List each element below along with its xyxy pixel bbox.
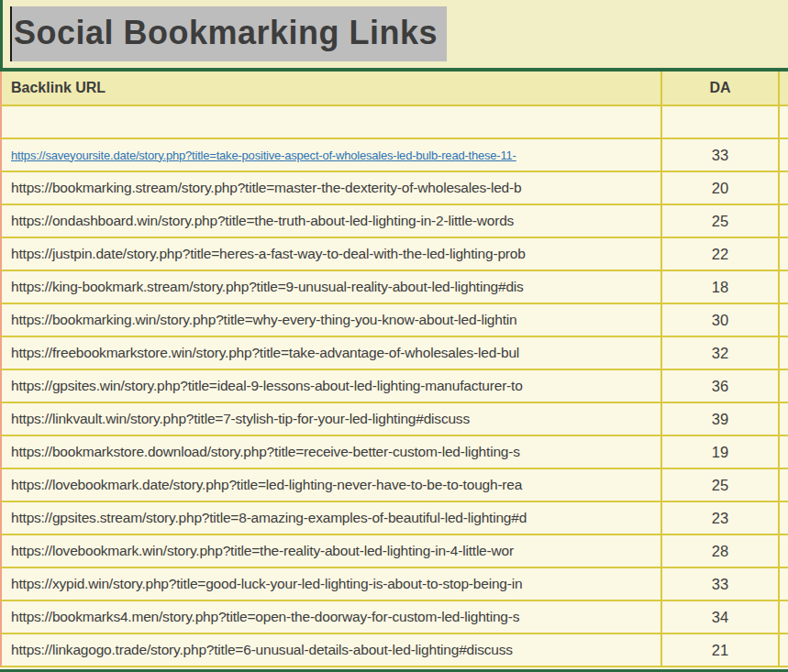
table-row: https://king-bookmark.stream/story.php?t… bbox=[0, 271, 788, 304]
da-cell: 28 bbox=[660, 535, 780, 567]
table-body: https://saveyoursite.date/story.php?titl… bbox=[0, 106, 788, 667]
url-cell: https://gpsites.stream/story.php?title=8… bbox=[2, 502, 660, 534]
url-cell: https://bookmarking.stream/story.php?tit… bbox=[2, 172, 660, 204]
da-cell: 18 bbox=[660, 271, 780, 303]
url-cell-text: https://freebookmarkstore.win/story.php?… bbox=[11, 345, 519, 361]
url-cell: https://gpsites.win/story.php?title=idea… bbox=[2, 370, 660, 402]
table-header-row: Backlink URL DA bbox=[0, 72, 788, 106]
url-cell-text: https://bookmarking.win/story.php?title=… bbox=[11, 312, 517, 328]
url-cell: https://bookmarkstore.download/story.php… bbox=[2, 436, 660, 468]
title-selection-highlight: Social Bookmarking Links bbox=[10, 6, 447, 61]
table-row: https://lovebookmark.win/story.php?title… bbox=[0, 535, 788, 568]
da-cell: 25 bbox=[660, 469, 780, 501]
da-cell: 36 bbox=[660, 370, 780, 402]
url-cell: https://bookmarking.win/story.php?title=… bbox=[2, 304, 660, 336]
table-row: https://bookmarkstore.download/story.php… bbox=[0, 436, 788, 469]
url-cell-text: https://lovebookmark.date/story.php?titl… bbox=[11, 477, 522, 493]
url-cell bbox=[2, 106, 660, 138]
da-cell: 20 bbox=[660, 172, 780, 204]
table-row: https://bookmarks4.men/story.php?title=o… bbox=[0, 601, 788, 634]
da-cell: 30 bbox=[660, 304, 780, 336]
url-cell-text: https://gpsites.win/story.php?title=idea… bbox=[11, 378, 523, 394]
table-row: https://gpsites.stream/story.php?title=8… bbox=[0, 502, 788, 535]
table-row: https://lovebookmark.date/story.php?titl… bbox=[0, 469, 788, 502]
spreadsheet-view: Social Bookmarking Links Backlink URL DA… bbox=[0, 0, 788, 672]
backlink-url-link[interactable]: https://saveyoursite.date/story.php?titl… bbox=[11, 149, 516, 162]
da-cell: 21 bbox=[660, 634, 780, 666]
url-cell: https://bookmarks4.men/story.php?title=o… bbox=[2, 601, 660, 633]
url-cell: https://lovebookmark.date/story.php?titl… bbox=[2, 469, 660, 501]
table-row: https://linkagogo.trade/story.php?title=… bbox=[0, 634, 788, 667]
da-cell: 33 bbox=[660, 139, 780, 171]
url-cell: https://linkagogo.trade/story.php?title=… bbox=[2, 634, 660, 666]
table-row: https://xypid.win/story.php?title=good-l… bbox=[0, 568, 788, 601]
da-cell bbox=[660, 106, 780, 138]
da-cell: 32 bbox=[660, 337, 780, 369]
table-row: https://linkvault.win/story.php?title=7-… bbox=[0, 403, 788, 436]
url-cell: https://lovebookmark.win/story.php?title… bbox=[2, 535, 660, 567]
url-cell-text: https://justpin.date/story.php?title=her… bbox=[11, 246, 526, 262]
page-title[interactable]: Social Bookmarking Links bbox=[14, 14, 438, 52]
table-row: https://ondashboard.win/story.php?title=… bbox=[0, 205, 788, 238]
url-cell-text: https://linkagogo.trade/story.php?title=… bbox=[11, 642, 513, 658]
da-cell: 23 bbox=[660, 502, 780, 534]
url-cell: https://king-bookmark.stream/story.php?t… bbox=[2, 271, 660, 303]
table-row: https://justpin.date/story.php?title=her… bbox=[0, 238, 788, 271]
table-row: https://bookmarking.win/story.php?title=… bbox=[0, 304, 788, 337]
table-row: https://gpsites.win/story.php?title=idea… bbox=[0, 370, 788, 403]
table-row: https://freebookmarkstore.win/story.php?… bbox=[0, 337, 788, 370]
url-cell-text: https://lovebookmark.win/story.php?title… bbox=[11, 543, 514, 559]
url-cell-text: https://linkvault.win/story.php?title=7-… bbox=[11, 411, 470, 427]
url-cell: https://xypid.win/story.php?title=good-l… bbox=[2, 568, 660, 600]
url-cell-text: https://bookmarks4.men/story.php?title=o… bbox=[11, 609, 519, 625]
table-row bbox=[0, 106, 788, 139]
url-cell-text: https://ondashboard.win/story.php?title=… bbox=[11, 213, 514, 229]
column-header-da: DA bbox=[660, 72, 780, 105]
url-cell-text: https://bookmarkstore.download/story.php… bbox=[11, 444, 520, 460]
url-cell: https://ondashboard.win/story.php?title=… bbox=[2, 205, 660, 237]
url-cell-text: https://xypid.win/story.php?title=good-l… bbox=[11, 576, 522, 592]
url-cell: https://saveyoursite.date/story.php?titl… bbox=[2, 139, 660, 171]
url-cell-text: https://bookmarking.stream/story.php?tit… bbox=[11, 180, 521, 196]
url-cell-text: https://king-bookmark.stream/story.php?t… bbox=[11, 279, 524, 295]
table-row: https://saveyoursite.date/story.php?titl… bbox=[0, 139, 788, 172]
url-cell: https://linkvault.win/story.php?title=7-… bbox=[2, 403, 660, 435]
da-cell: 19 bbox=[660, 436, 780, 468]
url-cell-text: https://gpsites.stream/story.php?title=8… bbox=[11, 510, 527, 526]
da-cell: 22 bbox=[660, 238, 780, 270]
url-cell: https://justpin.date/story.php?title=her… bbox=[2, 238, 660, 270]
column-header-backlink-url: Backlink URL bbox=[2, 72, 660, 105]
table-row: https://bookmarking.stream/story.php?tit… bbox=[0, 172, 788, 205]
da-cell: 39 bbox=[660, 403, 780, 435]
da-cell: 34 bbox=[660, 601, 780, 633]
title-area: Social Bookmarking Links bbox=[0, 0, 788, 68]
url-cell: https://freebookmarkstore.win/story.php?… bbox=[2, 337, 660, 369]
da-cell: 33 bbox=[660, 568, 780, 600]
da-cell: 25 bbox=[660, 205, 780, 237]
